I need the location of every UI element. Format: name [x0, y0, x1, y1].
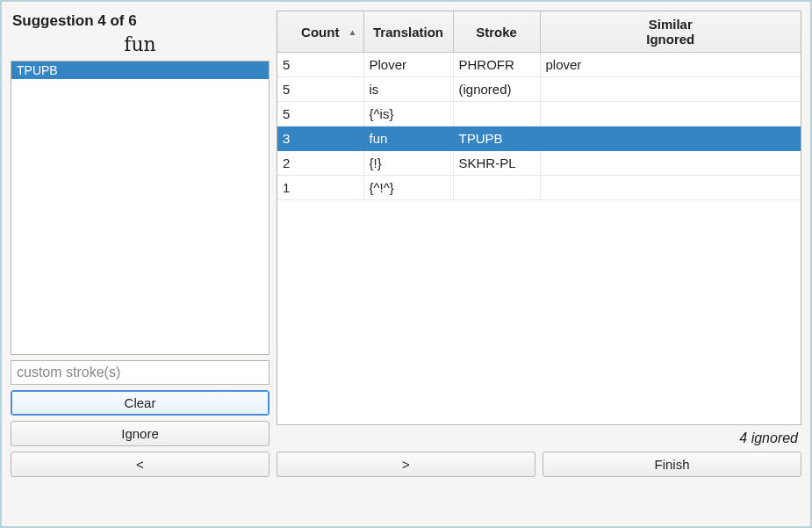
- col-header-stroke[interactable]: Stroke: [453, 11, 540, 53]
- cell-stroke: (ignored): [453, 77, 540, 102]
- suggestion-word: fun: [11, 33, 269, 55]
- col-header-similar-label: Similar Ignored: [646, 17, 694, 47]
- cell-count: 1: [277, 176, 363, 200]
- cell-translation: {^is}: [363, 102, 453, 127]
- clear-button[interactable]: Clear: [11, 390, 269, 416]
- cell-similar: [540, 102, 801, 127]
- col-header-count[interactable]: Count ▴: [277, 11, 363, 53]
- cell-stroke: [453, 176, 540, 200]
- table-row[interactable]: 5{^is}: [277, 102, 801, 127]
- right-pane: Count ▴ Translation Stroke Similar Ignor…: [277, 11, 801, 446]
- cell-similar: [540, 176, 801, 200]
- table-body: 5PloverPHROFRplover5is(ignored)5{^is}3fu…: [277, 53, 801, 200]
- col-header-translation[interactable]: Translation: [363, 11, 453, 53]
- cell-translation: Plover: [363, 53, 453, 77]
- next-button[interactable]: >: [277, 452, 535, 477]
- table-row[interactable]: 5is(ignored): [277, 77, 801, 102]
- ignored-count-label: 4 ignored: [277, 425, 801, 446]
- cell-translation: {!}: [363, 151, 453, 176]
- col-header-similar[interactable]: Similar Ignored: [540, 11, 801, 53]
- custom-stroke-wrap: [11, 360, 269, 385]
- prev-button[interactable]: <: [11, 452, 269, 477]
- bottom-row: < > Finish: [11, 452, 801, 477]
- table-container: Count ▴ Translation Stroke Similar Ignor…: [277, 11, 801, 425]
- cell-stroke: TPUPB: [453, 127, 540, 151]
- cell-translation: fun: [363, 127, 453, 151]
- left-pane: Suggestion 4 of 6 fun TPUPB Clear Ignore: [11, 11, 269, 446]
- table-row[interactable]: 5PloverPHROFRplover: [277, 53, 801, 77]
- cell-similar: plover: [540, 53, 801, 77]
- cell-count: 3: [277, 127, 363, 151]
- ignore-button[interactable]: Ignore: [11, 421, 269, 446]
- suggestion-counter: Suggestion 4 of 6: [11, 11, 269, 30]
- cell-count: 5: [277, 102, 363, 127]
- cell-stroke: [453, 102, 540, 127]
- cell-count: 5: [277, 77, 363, 102]
- finish-button[interactable]: Finish: [543, 452, 801, 477]
- cell-similar: [540, 77, 801, 102]
- cell-translation: is: [363, 77, 453, 102]
- custom-stroke-input[interactable]: [11, 360, 269, 385]
- stroke-list-item[interactable]: TPUPB: [11, 61, 269, 79]
- cell-count: 5: [277, 53, 363, 77]
- main-window: Suggestion 4 of 6 fun TPUPB Clear Ignore: [0, 0, 812, 528]
- stroke-listbox[interactable]: TPUPB: [11, 61, 269, 355]
- table-row[interactable]: 2{!}SKHR-PL: [277, 151, 801, 176]
- freq-table[interactable]: Count ▴ Translation Stroke Similar Ignor…: [277, 11, 801, 200]
- top-row: Suggestion 4 of 6 fun TPUPB Clear Ignore: [11, 11, 801, 446]
- cell-similar: [540, 127, 801, 151]
- col-header-count-label: Count: [301, 25, 339, 40]
- cell-translation: {^!^}: [363, 176, 453, 200]
- cell-stroke: PHROFR: [453, 53, 540, 77]
- sort-indicator-icon: ▴: [350, 27, 355, 37]
- table-header-row: Count ▴ Translation Stroke Similar Ignor…: [277, 11, 801, 53]
- table-row[interactable]: 3funTPUPB: [277, 127, 801, 151]
- cell-count: 2: [277, 151, 363, 176]
- cell-similar: [540, 151, 801, 176]
- cell-stroke: SKHR-PL: [453, 151, 540, 176]
- table-row[interactable]: 1{^!^}: [277, 176, 801, 200]
